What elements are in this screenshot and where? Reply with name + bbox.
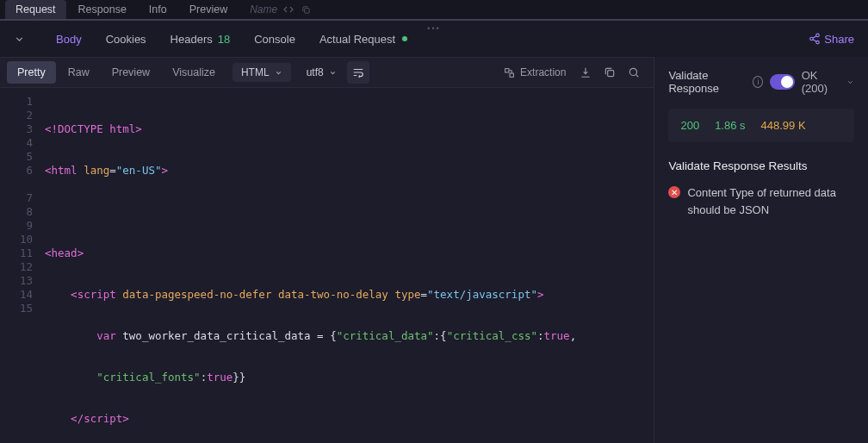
svg-rect-4 [505,68,509,72]
nav-body[interactable]: Body [56,33,82,46]
validate-toggle[interactable] [770,74,794,90]
view-visualize[interactable]: Visualize [162,61,226,84]
lang-select[interactable]: HTML [232,63,291,82]
status-ok-label[interactable]: OK (200) [802,69,854,95]
svg-point-7 [630,68,637,75]
status-time: 1.86 s [715,119,745,132]
svg-rect-0 [304,8,309,13]
status-code: 200 [680,119,699,132]
code-icon [282,3,294,16]
tab-request[interactable]: Request [5,0,66,19]
nav-headers[interactable]: Headers 18 [170,33,231,46]
validation-error: ✕ Content Type of returned data should b… [668,184,854,218]
validate-response-panel: Validate Response i OK (200) 200 1.86 s … [654,57,868,443]
validate-results-title: Validate Response Results [668,159,854,172]
search-icon[interactable] [623,61,645,84]
svg-point-1 [816,34,820,37]
nav-cookies[interactable]: Cookies [106,33,146,46]
encoding-select[interactable]: utf8 [298,63,345,82]
view-raw[interactable]: Raw [58,61,100,84]
wrap-toggle-icon[interactable] [347,61,369,84]
response-body-editor[interactable]: 123456789101112131415 <!DOCTYPE html> <h… [0,88,654,443]
nav-actual-request[interactable]: Actual Request [319,33,407,46]
view-preview[interactable]: Preview [102,61,160,84]
status-card: 200 1.86 s 448.99 K [668,109,854,142]
copy-response-icon[interactable] [598,61,621,84]
extraction-button[interactable]: Extraction [497,63,573,82]
name-placeholder[interactable]: Name [250,3,312,16]
tab-preview[interactable]: Preview [179,0,238,19]
svg-rect-5 [510,73,513,77]
copy-icon [300,3,312,16]
svg-rect-6 [608,71,614,77]
info-icon[interactable]: i [753,76,763,88]
line-gutter: 123456789101112131415 [0,88,41,443]
svg-point-3 [816,41,820,44]
chevron-down-icon[interactable] [14,34,25,45]
error-icon: ✕ [668,186,680,198]
validate-label: Validate Response [668,69,746,95]
download-icon[interactable] [574,61,597,84]
tab-response[interactable]: Response [68,0,137,19]
code-content: <!DOCTYPE html> <html lang="en-US"> <hea… [41,88,654,443]
status-size: 448.99 K [761,119,806,132]
view-pretty[interactable]: Pretty [7,61,56,84]
share-button[interactable]: Share [809,33,854,46]
tab-info[interactable]: Info [139,0,177,19]
svg-point-2 [810,37,814,41]
nav-console[interactable]: Console [254,33,295,46]
